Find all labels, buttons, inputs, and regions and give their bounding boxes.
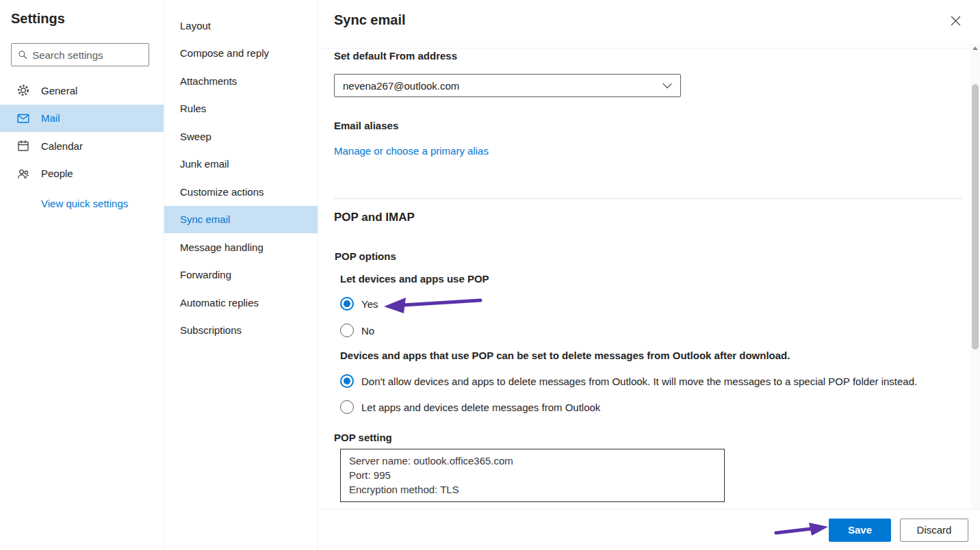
pop-setting-line-server: Server name: outlook.office365.com <box>349 454 716 468</box>
radio-option-dont-allow-delete[interactable]: Don't allow devices and apps to delete m… <box>340 374 917 388</box>
save-button[interactable]: Save <box>829 519 891 542</box>
from-address-dropdown[interactable]: nevena267@outlook.com <box>334 74 681 97</box>
radio-selected-icon[interactable] <box>340 374 354 388</box>
search-icon <box>18 49 27 60</box>
category-subscriptions[interactable]: Subscriptions <box>164 317 318 345</box>
from-address-label: Set default From address <box>334 50 457 62</box>
sidebar-item-label: Calendar <box>41 140 83 152</box>
search-input[interactable] <box>32 49 142 61</box>
scrollbar-thumb[interactable] <box>972 84 979 350</box>
email-aliases-label: Email aliases <box>334 120 398 131</box>
scrollbar[interactable] <box>970 44 980 509</box>
annotation-arrow-yes <box>381 294 484 315</box>
sidebar-item-label: Mail <box>41 112 60 124</box>
sidebar-item-label: General <box>41 85 77 96</box>
sidebar-item-people[interactable]: People <box>0 160 164 188</box>
gear-icon <box>16 83 30 97</box>
sidebar-item-label: People <box>41 168 73 179</box>
mail-categories-list: Layout Compose and reply Attachments Rul… <box>164 12 318 344</box>
chevron-down-icon <box>662 83 672 89</box>
category-customize-actions[interactable]: Customize actions <box>164 178 318 206</box>
settings-page: Settings General Mail <box>0 0 980 550</box>
pop-setting-label: POP setting <box>334 432 392 443</box>
pop-options-label: POP options <box>335 250 396 262</box>
manage-alias-link[interactable]: Manage or choose a primary alias <box>334 145 489 157</box>
mail-categories: Layout Compose and reply Attachments Rul… <box>164 0 318 550</box>
category-sync-email[interactable]: Sync email <box>164 206 318 234</box>
radio-option-label: Don't allow devices and apps to delete m… <box>361 376 917 387</box>
category-attachments[interactable]: Attachments <box>164 67 318 95</box>
people-icon <box>16 167 30 181</box>
category-layout[interactable]: Layout <box>164 12 318 40</box>
radio-unselected-icon[interactable] <box>340 324 354 337</box>
settings-title: Settings <box>11 11 65 27</box>
use-pop-label: Let devices and apps use POP <box>340 273 489 285</box>
radio-selected-icon[interactable] <box>340 297 354 311</box>
pop-setting-line-encryption: Encryption method: TLS <box>349 482 716 497</box>
radio-option-yes[interactable]: Yes <box>340 297 378 311</box>
category-forwarding[interactable]: Forwarding <box>164 261 318 289</box>
calendar-icon <box>16 139 30 153</box>
discard-button[interactable]: Discard <box>900 519 968 542</box>
scroll-up-icon[interactable] <box>972 47 978 50</box>
close-icon <box>951 16 961 26</box>
category-rules[interactable]: Rules <box>164 95 318 123</box>
pop-setting-line-port: Port: 995 <box>349 468 716 482</box>
from-address-value: nevena267@outlook.com <box>343 80 459 92</box>
view-quick-settings-link[interactable]: View quick settings <box>41 198 128 209</box>
panel-title: Sync email <box>334 12 406 28</box>
mail-icon <box>16 112 30 125</box>
radio-option-no[interactable]: No <box>340 324 374 337</box>
sidebar-nav: General Mail Calendar <box>0 77 164 187</box>
search-box[interactable] <box>11 43 149 66</box>
radio-option-label: No <box>361 325 374 337</box>
pop-setting-box: Server name: outlook.office365.com Port:… <box>340 449 725 502</box>
pop-delete-heading: Devices and apps that use POP can be set… <box>340 350 790 361</box>
radio-option-label: Yes <box>361 298 378 310</box>
close-button[interactable] <box>949 14 962 29</box>
header-divider <box>318 48 970 49</box>
category-junk-email[interactable]: Junk email <box>164 150 318 179</box>
section-divider <box>334 198 962 199</box>
sidebar-item-general[interactable]: General <box>0 77 164 105</box>
category-message-handling[interactable]: Message handling <box>164 233 318 261</box>
settings-sidebar: Settings General Mail <box>0 0 164 550</box>
category-sweep[interactable]: Sweep <box>164 122 318 150</box>
radio-option-allow-delete[interactable]: Let apps and devices delete messages fro… <box>340 400 600 414</box>
radio-unselected-icon[interactable] <box>340 400 354 414</box>
pop-imap-heading: POP and IMAP <box>334 211 415 224</box>
radio-option-label: Let apps and devices delete messages fro… <box>361 402 600 413</box>
sidebar-item-calendar[interactable]: Calendar <box>0 132 164 160</box>
category-automatic-replies[interactable]: Automatic replies <box>164 289 318 317</box>
sync-email-panel: Sync email Set default From address neve… <box>318 0 980 550</box>
sidebar-item-mail[interactable]: Mail <box>0 105 164 133</box>
panel-footer: Save Discard <box>318 509 980 550</box>
category-compose-and-reply[interactable]: Compose and reply <box>164 40 318 68</box>
